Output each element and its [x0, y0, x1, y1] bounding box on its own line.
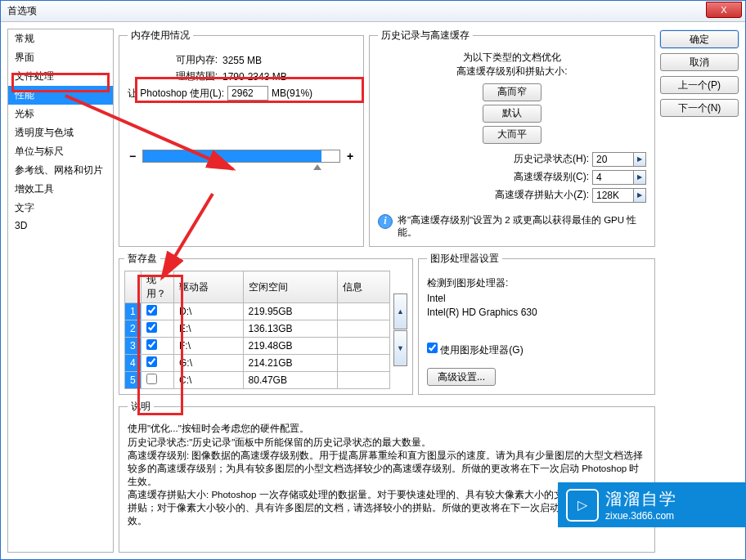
window-title: 首选项 — [7, 4, 37, 18]
description-legend: 说明 — [128, 400, 154, 414]
sidebar-item-0[interactable]: 常规 — [8, 29, 113, 48]
scratch-row[interactable]: 5C:\80.47GB — [125, 372, 390, 389]
slider-plus-button[interactable]: + — [345, 150, 355, 163]
scratch-row-drive: G:\ — [174, 355, 244, 372]
scratch-col-free[interactable]: 空闲空间 — [243, 271, 338, 303]
scratch-row-drive: C:\ — [174, 372, 244, 389]
watermark: ▷ 溜溜自学 zixue.3d66.com — [558, 482, 746, 527]
scratch-row-free: 136.13GB — [243, 320, 338, 338]
action-buttons-column: 确定 取消 上一个(P) 下一个(N) — [660, 29, 739, 553]
cancel-button[interactable]: 取消 — [660, 53, 739, 71]
top-row: 内存使用情况 可用内存: 3255 MB 理想范围: 1790-2343 MB … — [119, 29, 655, 247]
scratch-row-free: 219.95GB — [243, 303, 338, 320]
close-button[interactable]: X — [706, 2, 742, 18]
scratch-col-info[interactable]: 信息 — [338, 271, 390, 303]
sidebar-item-4[interactable]: 光标 — [8, 105, 113, 123]
scratch-table: 现用？ 驱动器 空闲空间 信息 1D:\219.95GB2E:\136.13GB… — [124, 271, 390, 389]
memory-fieldset: 内存使用情况 可用内存: 3255 MB 理想范围: 1790-2343 MB … — [119, 29, 364, 247]
ps-use-input[interactable] — [227, 86, 268, 101]
preset-flat-button[interactable]: 大而平 — [483, 126, 542, 144]
scratch-fieldset: 暂存盘 现用？ 驱动器 空闲空间 信息 — [119, 252, 413, 395]
ideal-range-value: 1790-2343 MB — [222, 71, 287, 83]
watermark-url: zixue.3d66.com — [605, 510, 677, 522]
ok-button[interactable]: 确定 — [660, 30, 739, 48]
description-fieldset: 说明 使用"优化..."按钮时会考虑您的硬件配置。历史记录状态:"历史记录"面板… — [119, 400, 655, 553]
scratch-row-num: 4 — [125, 355, 142, 372]
scratch-col-drive[interactable]: 驱动器 — [174, 271, 244, 303]
scratch-row[interactable]: 1D:\219.95GB — [125, 303, 390, 320]
scratch-row-info — [338, 303, 390, 320]
scratch-row-active-checkbox[interactable] — [146, 374, 157, 384]
ideal-range-label: 理想范围: — [128, 69, 218, 83]
main-area: 内存使用情况 可用内存: 3255 MB 理想范围: 1790-2343 MB … — [119, 29, 739, 553]
use-gpu-checkbox[interactable] — [427, 343, 438, 353]
scratch-row-active-checkbox[interactable] — [146, 356, 157, 367]
memory-slider[interactable] — [142, 150, 340, 163]
cache-levels-input[interactable] — [592, 170, 633, 185]
scratch-row-free: 214.21GB — [243, 355, 338, 372]
sidebar-item-3[interactable]: 性能 — [8, 86, 113, 105]
preferences-window: 首选项 X 常规界面文件处理性能光标透明度与色域单位与标尺参考线、网格和切片增效… — [0, 0, 746, 560]
sidebar-item-7[interactable]: 参考线、网格和切片 — [8, 161, 113, 180]
sidebar-item-2[interactable]: 文件处理 — [8, 67, 113, 86]
use-gpu-label[interactable]: 使用图形处理器(G) — [427, 344, 524, 356]
scratch-row-info — [338, 372, 390, 389]
sidebar-item-5[interactable]: 透明度与色域 — [8, 123, 113, 142]
history-states-input[interactable] — [592, 152, 633, 167]
category-sidebar: 常规界面文件处理性能光标透明度与色域单位与标尺参考线、网格和切片增效工具文字3D — [7, 29, 114, 553]
scratch-row-num: 2 — [125, 320, 142, 338]
memory-slider-thumb[interactable] — [313, 164, 321, 170]
scratch-row-drive: D:\ — [174, 303, 244, 320]
scratch-move-down-button[interactable]: ▼ — [393, 330, 407, 366]
scratch-row[interactable]: 2E:\136.13GB — [125, 320, 390, 338]
sidebar-item-8[interactable]: 增效工具 — [8, 180, 113, 199]
scratch-row[interactable]: 4G:\214.21GB — [125, 355, 390, 372]
cache-levels-flyout[interactable] — [633, 170, 646, 185]
slider-minus-button[interactable]: − — [128, 150, 137, 163]
scratch-row-active-checkbox[interactable] — [146, 339, 157, 350]
next-button[interactable]: 下一个(N) — [660, 99, 739, 117]
watermark-play-icon: ▷ — [566, 489, 599, 522]
preset-default-button[interactable]: 默认 — [483, 105, 542, 123]
history-states-flyout[interactable] — [633, 152, 646, 167]
cache-tip-text: 将"高速缓存级别"设置为 2 或更高以获得最佳的 GPU 性能。 — [398, 214, 646, 239]
scratch-row-num: 3 — [125, 338, 142, 355]
avail-ram-value: 3255 MB — [222, 55, 262, 66]
history-fieldset: 历史记录与高速缓存 为以下类型的文档优化 高速缓存级别和拼贴大小: 高而窄 默认… — [369, 29, 655, 247]
scratch-col-active[interactable]: 现用？ — [142, 271, 174, 303]
info-icon: i — [378, 214, 393, 229]
gpu-advanced-button[interactable]: 高级设置... — [427, 368, 496, 386]
prev-button[interactable]: 上一个(P) — [660, 76, 739, 94]
scratch-row-free: 80.47GB — [243, 372, 338, 389]
gpu-fieldset: 图形处理器设置 检测到图形处理器: Intel Intel(R) HD Grap… — [418, 252, 655, 395]
scratch-row-info — [338, 338, 390, 355]
scratch-row-info — [338, 320, 390, 338]
cache-levels-label: 高速缓存级别(C): — [514, 170, 589, 184]
middle-row: 暂存盘 现用？ 驱动器 空闲空间 信息 — [119, 252, 655, 395]
scratch-row-drive: F:\ — [174, 338, 244, 355]
scratch-row-active-checkbox[interactable] — [146, 322, 157, 333]
titlebar: 首选项 X — [1, 1, 745, 22]
sidebar-item-6[interactable]: 单位与标尺 — [8, 142, 113, 161]
gpu-model: Intel(R) HD Graphics 630 — [427, 307, 646, 318]
scratch-row[interactable]: 3F:\219.48GB — [125, 338, 390, 355]
sidebar-item-9[interactable]: 文字 — [8, 199, 113, 217]
scratch-row-active-checkbox[interactable] — [146, 305, 157, 316]
watermark-title: 溜溜自学 — [605, 488, 677, 510]
history-states-label: 历史记录状态(H): — [514, 152, 589, 166]
scratch-row-info — [338, 355, 390, 372]
cache-tile-input[interactable] — [592, 188, 633, 203]
scratch-move-up-button[interactable]: ▲ — [393, 293, 407, 329]
sidebar-item-10[interactable]: 3D — [8, 217, 113, 234]
memory-legend: 内存使用情况 — [128, 29, 193, 43]
cache-tile-flyout[interactable] — [633, 188, 646, 203]
scratch-row-num: 1 — [125, 303, 142, 320]
scratch-row-drive: E:\ — [174, 320, 244, 338]
scratch-row-num: 5 — [125, 372, 142, 389]
sidebar-item-1[interactable]: 界面 — [8, 48, 113, 67]
avail-ram-label: 可用内存: — [128, 53, 218, 67]
ps-use-suffix: MB(91%) — [272, 87, 312, 99]
preset-tall-button[interactable]: 高而窄 — [483, 83, 542, 101]
scratch-legend: 暂存盘 — [124, 252, 160, 266]
cache-tile-label: 高速缓存拼贴大小(Z): — [495, 188, 589, 202]
